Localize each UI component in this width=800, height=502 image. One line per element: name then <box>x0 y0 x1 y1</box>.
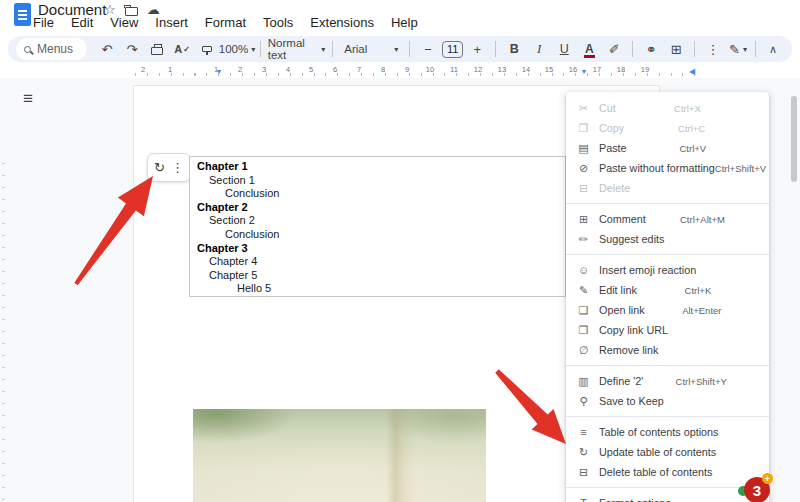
menu-item-update-table-of-contents[interactable]: ↻ Update table of contents <box>566 442 769 462</box>
menu-item-label: Save to Keep <box>599 395 664 407</box>
insert-link-button[interactable]: ⚭ <box>640 38 662 60</box>
menu-item-paste[interactable]: ▤ Paste Ctrl+V <box>566 138 769 158</box>
editing-mode-select[interactable]: ✎▾ <box>727 38 749 60</box>
menu-item-save-to-keep[interactable]: ⚲ Save to Keep <box>566 391 769 411</box>
menu-item-remove-link[interactable]: ∅ Remove link <box>566 340 769 360</box>
increase-font-size-button[interactable]: + <box>466 38 488 60</box>
menu-item-edit-link[interactable]: ✎ Edit link Ctrl+K <box>566 280 769 300</box>
show-outline-button[interactable]: ≡ <box>14 86 42 112</box>
toc-entry[interactable]: Chapter 3 <box>190 242 565 256</box>
titlebar: Document ☆ ☁ FileEditViewInsertFormatToo… <box>0 0 800 34</box>
paint-format-button[interactable] <box>196 38 218 60</box>
more-toolbar-button[interactable]: ⋮ <box>702 38 724 60</box>
ruler-number: 1 <box>168 65 172 74</box>
menu-divider <box>566 203 769 204</box>
menubar-item-tools[interactable]: Tools <box>263 15 293 30</box>
italic-button[interactable]: I <box>528 38 550 60</box>
docs-logo[interactable] <box>14 3 31 26</box>
ruler-number: 2 <box>141 65 145 74</box>
ruler-number: 12 <box>474 65 482 74</box>
toolbar-divider <box>409 41 410 57</box>
menubar-item-edit[interactable]: Edit <box>71 15 93 30</box>
menubar-item-extensions[interactable]: Extensions <box>310 15 374 30</box>
refresh-toc-button[interactable]: ↻ <box>154 161 165 174</box>
spellcheck-button[interactable]: A✓ <box>171 38 193 60</box>
menu-item-label: Update table of contents <box>599 446 716 458</box>
toc-entry[interactable]: Conclusion <box>190 187 565 201</box>
comment-icon: ⊞ <box>576 214 591 225</box>
toc-more-options-button[interactable]: ⋮ <box>171 161 184 174</box>
ruler-number: 18 <box>617 65 625 74</box>
hide-menus-button[interactable]: ∧ <box>762 38 784 60</box>
menubar: FileEditViewInsertFormatToolsExtensionsH… <box>33 15 418 30</box>
ruler-number: 13 <box>498 65 506 74</box>
toc-entry[interactable]: Chapter 1 <box>190 160 565 174</box>
menu-item-label: Remove link <box>599 344 658 356</box>
menu-item-shortcut: Ctrl+Shift+Y <box>676 376 727 387</box>
menu-item-label: Copy <box>599 122 624 134</box>
bold-button[interactable]: B <box>503 38 525 60</box>
menu-item-open-link[interactable]: ❏ Open link Alt+Enter <box>566 300 769 320</box>
add-comment-button[interactable]: ⊞ <box>665 38 687 60</box>
menu-item-define[interactable]: ▥ Define '2' Ctrl+Shift+Y <box>566 371 769 391</box>
suggest-edits-icon: ✏ <box>576 234 591 245</box>
menu-item-insert-emoji-reaction[interactable]: ☺ Insert emoji reaction <box>566 260 769 280</box>
toc-entry[interactable]: Conclusion <box>190 228 565 242</box>
print-button[interactable] <box>146 38 168 60</box>
ruler-number: 15 <box>545 65 553 74</box>
menubar-item-insert[interactable]: Insert <box>155 15 188 30</box>
font-size-input[interactable]: 11 <box>442 41 463 58</box>
menu-item-delete: ⊟ Delete <box>566 178 769 198</box>
menubar-item-view[interactable]: View <box>110 15 138 30</box>
scrollbar-thumb[interactable] <box>791 96 797 182</box>
underline-button[interactable]: U <box>553 38 575 60</box>
menu-item-shortcut: Alt+Enter <box>682 305 721 316</box>
menu-item-table-of-contents-options[interactable]: ≡ Table of contents options <box>566 422 769 442</box>
undo-button[interactable]: ↶ <box>96 38 118 60</box>
search-menus-button[interactable]: Menus <box>16 38 87 60</box>
text-color-button[interactable]: A <box>578 38 600 60</box>
chevron-down-icon: ▾ <box>743 45 747 54</box>
ruler-marker-left[interactable]: ◀ <box>689 67 695 76</box>
menubar-item-format[interactable]: Format <box>205 15 246 30</box>
menu-item-paste-without-formatting[interactable]: ⊘ Paste without formatting Ctrl+Shift+V <box>566 158 769 178</box>
menu-item-delete-table-of-contents[interactable]: ⊟ Delete table of contents <box>566 462 769 482</box>
toc-entry[interactable]: Chapter 5 <box>190 269 565 283</box>
menubar-item-file[interactable]: File <box>33 15 54 30</box>
menu-item-suggest-edits[interactable]: ✏ Suggest edits <box>566 229 769 249</box>
font-select[interactable]: Arial▾ <box>340 38 402 60</box>
menu-item-label: Paste without formatting <box>599 162 715 174</box>
edit-link-icon: ✎ <box>576 285 591 296</box>
ruler-number: 2 <box>238 65 242 74</box>
ruler-marker-down[interactable]: ▼ <box>581 68 588 75</box>
ruler-number: 11 <box>450 65 458 74</box>
highlight-color-button[interactable]: ✐ <box>603 38 625 60</box>
delete-icon: ⊟ <box>576 183 591 194</box>
zoom-select[interactable]: 100%▾ <box>221 38 253 60</box>
toc-entry[interactable]: Section 1 <box>190 174 565 188</box>
ruler-number: 4 <box>286 65 290 74</box>
toc-entry[interactable]: Hello 5 <box>190 282 565 296</box>
notification-badge: 3 + <box>744 477 770 502</box>
document-canvas: ≡ ↻ ⋮ Chapter 1Section 1ConclusionChapte… <box>0 78 800 502</box>
toc-entry[interactable]: Chapter 4 <box>190 255 565 269</box>
redo-button[interactable]: ↷ <box>121 38 143 60</box>
inline-image[interactable] <box>193 409 486 502</box>
decrease-font-size-button[interactable]: − <box>417 38 439 60</box>
menu-item-label: Cut <box>599 102 616 114</box>
toc-entry[interactable]: Chapter 2 <box>190 201 565 215</box>
menu-item-copy: ❐ Copy Ctrl+C <box>566 118 769 138</box>
print-icon <box>151 47 163 55</box>
menu-item-label: Insert emoji reaction <box>599 264 696 276</box>
menu-item-copy-link-url[interactable]: ❐ Copy link URL <box>566 320 769 340</box>
menu-item-comment[interactable]: ⊞ Comment Ctrl+Alt+M <box>566 209 769 229</box>
paragraph-style-select[interactable]: Normal text▾ <box>268 38 326 60</box>
menu-item-shortcut: Ctrl+Alt+M <box>680 214 725 225</box>
ruler-marker-down[interactable]: ▼ <box>216 68 223 75</box>
define-icon: ▥ <box>576 376 591 387</box>
menubar-item-help[interactable]: Help <box>391 15 418 30</box>
vertical-ruler <box>0 163 8 502</box>
toc-entry[interactable]: Section 2 <box>190 214 565 228</box>
menu-item-shortcut: Ctrl+X <box>674 103 701 114</box>
ruler-number: 3 <box>262 65 266 74</box>
